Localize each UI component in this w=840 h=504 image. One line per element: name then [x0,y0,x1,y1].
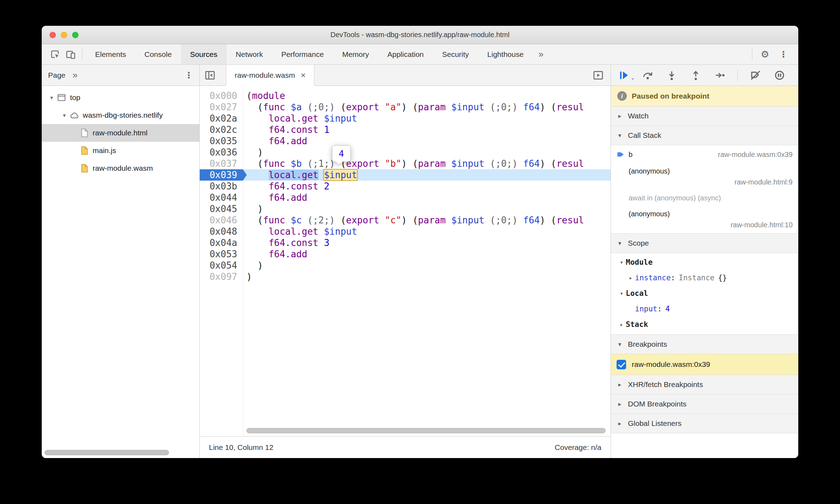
tab-page[interactable]: Page [48,71,65,80]
section-global-listeners[interactable]: ▸Global Listeners [611,414,798,433]
line-address[interactable]: 0x036 [200,147,243,158]
line-address[interactable]: 0x03b [200,181,243,192]
debugger-toolbar: ⌄ [611,65,798,86]
tree-item-raw-module-wasm[interactable]: raw-module.wasm [42,159,199,177]
toolbar-divider [82,48,82,60]
section-watch[interactable]: ▸ Watch [611,106,798,126]
section-title: Global Listeners [628,419,682,428]
zoom-window-button[interactable] [72,32,78,38]
call-stack-frame[interactable]: (anonymous)raw-module.html:10 [611,206,798,233]
call-stack-frame[interactable]: (anonymous)raw-module.html:9 [611,164,798,191]
breakpoint-checkbox[interactable] [617,360,626,369]
code-line: 0x045 ) [200,203,611,215]
tab-performance[interactable]: Performance [272,44,333,64]
device-toolbar-icon[interactable] [63,47,78,62]
scope-group-stack[interactable]: ▸Stack [611,317,798,332]
scope-group-module[interactable]: ▾Module [611,254,798,270]
customize-menu-icon[interactable]: ⋮ [774,49,793,59]
file-tab-raw-module-wasm[interactable]: raw-module.wasm × [226,65,314,86]
titlebar: DevTools - wasm-dbg-stories.netlify.app/… [42,26,798,44]
section-scope[interactable]: ▾ Scope [611,234,798,253]
code-text: local.get $input [243,113,357,124]
tab-elements[interactable]: Elements [86,44,135,64]
scope-group-local[interactable]: ▾Local [611,286,798,301]
frame-location: raw-module.html:10 [629,221,793,229]
section-title: XHR/fetch Breakpoints [628,380,703,389]
close-window-button[interactable] [49,32,56,38]
line-address[interactable]: 0x048 [200,226,243,237]
tab-sources[interactable]: Sources [181,44,227,64]
editor-horizontal-scrollbar[interactable] [246,428,606,433]
line-address[interactable]: 0x04a [200,237,243,248]
line-address[interactable]: 0x037 [200,158,243,169]
line-address[interactable]: 0x046 [200,215,243,226]
tab-lighthouse[interactable]: Lighthouse [478,44,533,64]
close-tab-icon[interactable]: × [301,71,305,80]
pause-on-exceptions-button[interactable] [773,69,786,82]
tab-network[interactable]: Network [227,44,272,64]
tab-application[interactable]: Application [378,44,433,64]
property-name: input [635,305,657,313]
deactivate-breakpoints-button[interactable] [749,69,762,82]
tab-security[interactable]: Security [433,44,478,64]
tree-item-top[interactable]: ▾top [42,89,199,106]
frame-location: raw-module.wasm:0x39 [718,151,793,159]
section-dom-breakpoints[interactable]: ▸DOM Breakpoints [611,394,798,414]
tree-item-raw-module-html[interactable]: raw-module.html [42,124,199,142]
tree-item-wasm-dbg-stories-netlify[interactable]: ▾wasm-dbg-stories.netlify [42,106,199,124]
devtools-window: DevTools - wasm-dbg-stories.netlify.app/… [42,26,798,458]
navigator-sidebar: Page » ⋮ ▾top▾wasm-dbg-stories.netlifyra… [42,65,200,458]
disclosure-triangle-icon[interactable]: ▾ [47,94,56,101]
step-out-button[interactable] [689,69,702,82]
inspect-icon[interactable] [47,47,63,62]
frame-location: raw-module.html:9 [629,178,793,186]
scope-property-instance[interactable]: ▸instance:Instance{} [611,270,798,286]
toggle-debugger-sidebar-icon[interactable] [588,65,608,86]
step-over-button[interactable] [641,69,654,82]
tab-memory[interactable]: Memory [333,44,378,64]
code-line: 0x02a local.get $input [200,113,611,124]
scope-list: ▾Module▸instance:Instance{}▾Localinput:4… [611,253,798,335]
section-title: Call Stack [628,131,661,140]
section-call-stack[interactable]: ▾ Call Stack [611,126,798,145]
line-address[interactable]: 0x053 [200,248,243,260]
evaluated-token[interactable]: $input [324,170,357,180]
scope-property-input[interactable]: input:4 [611,301,798,317]
resume-options-caret[interactable]: ⌄ [630,75,635,81]
navigator-horizontal-scrollbar[interactable] [45,450,169,455]
code-text: ) [243,260,263,271]
scope-group-name: Local [626,289,648,298]
resume-button[interactable]: ⌄ [617,69,630,82]
section-title: DOM Breakpoints [628,400,687,408]
toggle-navigator-icon[interactable] [200,65,220,86]
line-address[interactable]: 0x054 [200,260,243,271]
line-address[interactable]: 0x035 [200,135,243,147]
code-line: 0x036 ) [200,147,611,158]
line-address[interactable]: 0x097 [200,271,243,282]
line-address[interactable]: 0x027 [200,101,243,113]
step-button[interactable] [713,69,726,82]
more-panels-chevron[interactable]: » [533,49,549,60]
debugger-sidebar: ⌄ [611,65,798,458]
breakpoint-entry[interactable]: raw-module.wasm:0x39 [611,354,798,375]
section-breakpoints[interactable]: ▾ Breakpoints [611,335,798,354]
step-into-button[interactable] [665,69,678,82]
line-address[interactable]: 0x039 [200,169,243,181]
line-address[interactable]: 0x02a [200,113,243,124]
line-address[interactable]: 0x02c [200,124,243,135]
editor-status-bar: Line 10, Column 12 Coverage: n/a [200,436,611,458]
line-address[interactable]: 0x000 [200,90,243,101]
minimize-window-button[interactable] [61,32,67,38]
tab-console[interactable]: Console [135,44,181,64]
line-address[interactable]: 0x045 [200,203,243,215]
line-address[interactable]: 0x044 [200,192,243,203]
settings-gear-icon[interactable]: ⚙ [756,49,774,60]
code-line: 0x04a f64.const 3 [200,237,611,248]
disclosure-triangle-icon[interactable]: ▾ [60,112,69,119]
call-stack-frame[interactable]: braw-module.wasm:0x39 [611,145,798,164]
navigator-more-tabs-chevron[interactable]: » [72,70,77,81]
section-xhr-fetch-breakpoints[interactable]: ▸XHR/fetch Breakpoints [611,375,798,394]
info-icon: i [617,91,627,101]
tree-item-main-js[interactable]: main.js [42,142,199,159]
navigator-kebab-menu-icon[interactable]: ⋮ [185,70,193,80]
